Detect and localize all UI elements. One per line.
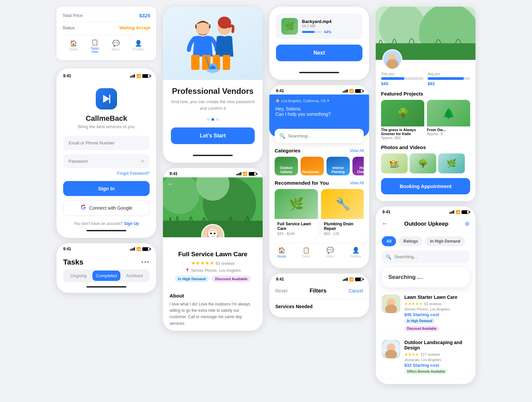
photo-1: 🧑‍🌾	[381, 153, 408, 173]
badge-discount-1: Discount Available	[404, 326, 439, 331]
total-price-value: $325	[139, 13, 150, 18]
booking-appointment-button[interactable]: Booking Appointment	[381, 178, 470, 194]
nav-tasks-2[interactable]: 📋 Tasks	[302, 247, 311, 258]
pro-location-2: Jezojcaw, Los Angeles	[404, 358, 469, 362]
lawn-location: 📍 Serves Phonix, Los Angeles	[170, 268, 256, 273]
signal-icon	[130, 74, 135, 78]
photos-title: Photos and Videos	[381, 144, 470, 150]
home-icon-2: 🏠	[278, 247, 285, 254]
filter-icon[interactable]: ⚙	[465, 221, 469, 227]
col-3: 🌿 Backyard.mp4 56.2 MB 64% Next 9:41	[269, 7, 369, 317]
time-home: 9:41	[276, 89, 284, 93]
search-wrap: 🔍	[275, 129, 364, 143]
upload-progress-wrap: 64%	[302, 30, 332, 34]
categories-title: Categories	[275, 148, 301, 153]
pro-rating-wrap-2: ★★★★ 127 reviews	[404, 351, 469, 357]
tab-in-high-demand[interactable]: In High Demand	[425, 236, 465, 246]
signal-icon-filters	[343, 278, 348, 281]
email-phone-input[interactable]	[63, 136, 150, 150]
tab-ratings[interactable]: Ratings	[399, 236, 423, 246]
connect-google-button[interactable]: Connect with Google	[63, 200, 150, 216]
password-wrap: 👁	[63, 154, 150, 168]
avg-pro-bar	[428, 77, 464, 80]
time-outdoor: 9:41	[382, 210, 390, 214]
rec-card-lawn[interactable]: 🌿 Full Service Lawn Care $45 - $146	[275, 189, 318, 238]
back-button-outdoor[interactable]: ←	[382, 220, 388, 227]
rec-body-lawn: Full Service Lawn Care $45 - $146	[275, 219, 318, 238]
lawn-service-name: Full Service Lawn Care	[170, 251, 256, 258]
outdoor-search-input[interactable]	[382, 250, 469, 263]
next-button[interactable]: Next	[276, 45, 362, 61]
cat-label-cleaning: Home Cleaning	[354, 166, 364, 174]
nav-inbox-2[interactable]: 💬 Inbox	[326, 247, 334, 258]
tab-archived[interactable]: Archived	[120, 271, 148, 281]
filters-cancel[interactable]: Cancel	[348, 288, 363, 294]
nav-profiles-2[interactable]: 👤 Profiles	[350, 247, 361, 258]
signal-icon-outdoor	[449, 210, 454, 214]
upload-body: 🌿 Backyard.mp4 56.2 MB 64% Next	[269, 7, 369, 68]
status-bar-filters: 9:41 📶	[269, 274, 369, 283]
nav-inbox[interactable]: 💬 Inbox	[112, 40, 120, 51]
more-options-icon[interactable]: •••	[141, 259, 150, 266]
rec-name-plumbing: Plumbing Drain Repair	[324, 222, 362, 231]
category-cleaning[interactable]: Home Cleaning	[352, 157, 364, 175]
svg-point-21	[214, 233, 215, 234]
sign-in-button[interactable]: Sign In	[63, 181, 150, 196]
tab-completed[interactable]: Completed	[92, 271, 120, 281]
filters-reset[interactable]: Reset	[275, 288, 288, 294]
pro-card-2[interactable]: Outdoor Landscaping and Design ★★★★ 127 …	[376, 336, 475, 379]
rec-card-plumbing[interactable]: 🔧 Plumbing Drain Repair $60 - 125	[321, 189, 364, 238]
price-comparison: This pro $45 Avg pro $82	[381, 72, 470, 86]
tab-all[interactable]: All	[382, 236, 396, 246]
category-outdoor[interactable]: Outdoor Upkeep	[275, 157, 298, 175]
wifi-icon-tasks: 📶	[136, 247, 141, 251]
pro-info-2: Outdoor Landscaping and Design ★★★★ 127 …	[404, 340, 469, 374]
back-button-lawn[interactable]: ←	[168, 181, 174, 188]
nav-profiles[interactable]: 👤 Profiles	[133, 40, 144, 51]
upload-filesize: 56.2 MB	[302, 24, 332, 28]
lawn-badges: In High Demand Discount Available	[170, 276, 256, 282]
nav-tasks[interactable]: 📋 Tasks	[90, 39, 99, 52]
upload-progress-fill	[302, 31, 315, 33]
connect-google-label: Connect with Google	[89, 205, 132, 211]
recommended-view-all[interactable]: View All	[350, 181, 364, 185]
tab-ongoing[interactable]: Ongoing	[65, 271, 92, 281]
featured-projects-section: Featured Projects 🌳 The grass is Always …	[376, 91, 475, 140]
home-bar-vendors	[193, 155, 233, 156]
wifi-icon-filters: 📶	[349, 277, 354, 282]
featured-title: Featured Projects	[381, 91, 470, 97]
nav-home-2[interactable]: 🏠 Home	[277, 247, 286, 258]
eye-icon[interactable]: 👁	[140, 159, 145, 164]
searching-dots: ...	[419, 274, 424, 280]
password-input[interactable]	[63, 154, 150, 168]
status-bar-home: 9:41 📶	[269, 85, 369, 95]
battery-icon-lawn	[249, 172, 256, 176]
photo-2: 🌳	[410, 153, 436, 173]
categories-view-all[interactable]: View All	[350, 148, 364, 153]
recommended-header: Recommended for You View All	[275, 180, 364, 186]
forgot-password-link[interactable]: Forgot Password?	[63, 171, 150, 176]
categories-header: Categories View All	[275, 148, 364, 153]
home-greeting: Hey, Selena Can I help you something?	[275, 106, 363, 117]
panel-pro-detail: This pro $45 Avg pro $82 Featured Projec…	[376, 7, 475, 201]
outdoor-header: ← Outdoor Upkeep ⚙	[376, 216, 475, 232]
wifi-icon-outdoor: 📶	[456, 210, 460, 214]
nav-home[interactable]: 🏠 Home	[69, 40, 78, 51]
home-location: 🏠 Los Angeles, California, US ▾	[275, 99, 363, 103]
login-logo-section: CallmeBack Bring the best services to yo…	[57, 78, 156, 136]
category-handyman[interactable]: Handyman	[301, 157, 324, 175]
project-card-1[interactable]: 🌳 The grass is Always Greener for Katie …	[381, 100, 424, 140]
project-card-2[interactable]: 🌲 From Ow... Approx. $...	[427, 100, 470, 140]
lets-start-button[interactable]: Let's Start	[171, 127, 255, 144]
category-painting[interactable]: Interior Painting	[327, 157, 350, 175]
signup-link[interactable]: Sign Up	[124, 221, 139, 226]
status-icons-outdoor: 📶	[449, 210, 469, 214]
featured-projects-list: 🌳 The grass is Always Greener for Katie …	[381, 100, 470, 140]
col-1: Total Price $325 Status Waiting Accept 🏠…	[57, 7, 156, 293]
home-search-input[interactable]	[275, 129, 364, 143]
phone-login: 9:41 📶 CallmeBack Bring the best service…	[57, 68, 156, 238]
outdoor-search: 🔍	[382, 250, 469, 263]
pro-card-1[interactable]: Lawn Starter Lawn Care ★★★★★ 93 reviews …	[376, 291, 475, 336]
lawn-reviews: 93 reviews	[216, 261, 235, 266]
pro-location-1: Serves Phonix, Los Angeles	[404, 307, 469, 311]
